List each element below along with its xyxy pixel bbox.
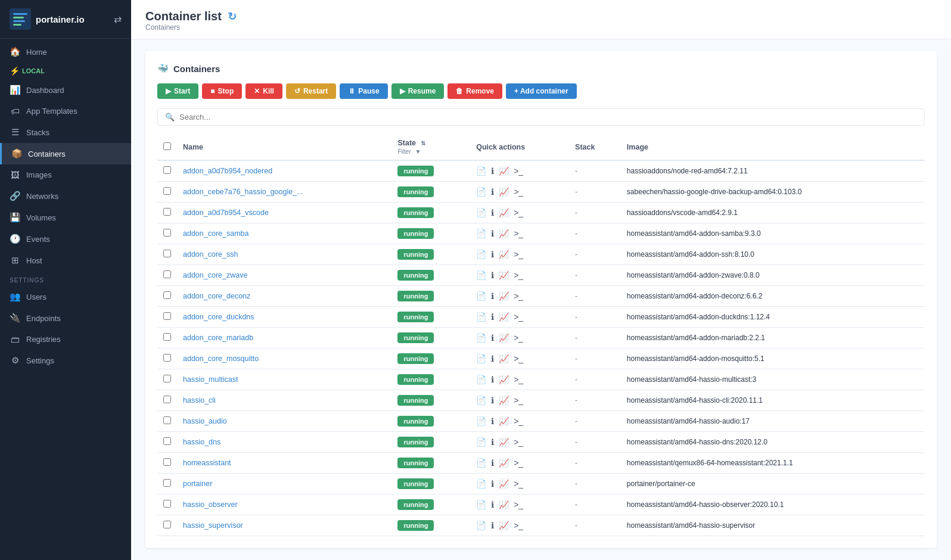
inspect-icon[interactable]: ℹ (491, 291, 494, 301)
row-checkbox[interactable] (163, 521, 171, 528)
console-icon[interactable]: >_ (514, 500, 523, 509)
sidebar-item-host[interactable]: ⊞ Host (0, 250, 131, 271)
stats-icon[interactable]: 📈 (499, 479, 509, 489)
row-name[interactable]: addon_core_mosquitto (177, 349, 391, 369)
row-name[interactable]: addon_core_ssh (177, 244, 391, 265)
inspect-icon[interactable]: ℹ (491, 229, 494, 238)
console-icon[interactable]: >_ (514, 479, 523, 489)
row-name[interactable]: addon_core_zwave (177, 265, 391, 286)
console-icon[interactable]: >_ (514, 333, 523, 343)
row-name[interactable]: addon_a0d7b954_nodered (177, 160, 391, 182)
sidebar-item-images[interactable]: 🖼 Images (0, 164, 131, 185)
console-icon[interactable]: >_ (514, 375, 523, 384)
inspect-icon[interactable]: ℹ (491, 416, 494, 426)
row-checkbox[interactable] (163, 250, 171, 257)
console-icon[interactable]: >_ (514, 229, 523, 238)
row-name[interactable]: hassio_supervisor (177, 515, 391, 536)
row-name[interactable]: hassio_dns (177, 432, 391, 453)
row-checkbox[interactable] (163, 500, 171, 508)
console-icon[interactable]: >_ (514, 166, 523, 176)
stats-icon[interactable]: 📈 (499, 416, 509, 426)
console-icon[interactable]: >_ (514, 250, 523, 259)
stats-icon[interactable]: 📈 (499, 250, 509, 259)
refresh-icon[interactable]: ↻ (228, 10, 237, 23)
logs-icon[interactable]: 📄 (476, 354, 486, 363)
inspect-icon[interactable]: ℹ (491, 354, 494, 363)
inspect-icon[interactable]: ℹ (491, 312, 494, 322)
stats-icon[interactable]: 📈 (499, 166, 509, 176)
inspect-icon[interactable]: ℹ (491, 458, 494, 468)
stats-icon[interactable]: 📈 (499, 500, 509, 509)
stats-icon[interactable]: 📈 (499, 312, 509, 322)
inspect-icon[interactable]: ℹ (491, 166, 494, 176)
row-checkbox[interactable] (163, 312, 171, 320)
logs-icon[interactable]: 📄 (476, 312, 486, 322)
row-checkbox[interactable] (163, 291, 171, 299)
row-name[interactable]: hassio_multicast (177, 369, 391, 390)
row-name[interactable]: hassio_cli (177, 390, 391, 411)
row-checkbox[interactable] (163, 416, 171, 424)
stats-icon[interactable]: 📈 (499, 270, 509, 280)
row-name[interactable]: addon_core_mariadb (177, 328, 391, 349)
inspect-icon[interactable]: ℹ (491, 521, 494, 530)
inspect-icon[interactable]: ℹ (491, 396, 494, 405)
row-name[interactable]: addon_core_deconz (177, 286, 391, 307)
row-checkbox[interactable] (163, 187, 171, 195)
logs-icon[interactable]: 📄 (476, 479, 486, 489)
console-icon[interactable]: >_ (514, 416, 523, 426)
sidebar-item-stacks[interactable]: ☰ Stacks (0, 122, 131, 143)
sidebar-item-users[interactable]: 👥 Users (0, 286, 131, 307)
sidebar-item-volumes[interactable]: 💾 Volumes (0, 207, 131, 228)
console-icon[interactable]: >_ (514, 521, 523, 530)
logs-icon[interactable]: 📄 (476, 416, 486, 426)
logs-icon[interactable]: 📄 (476, 458, 486, 468)
row-checkbox[interactable] (163, 208, 171, 216)
row-checkbox[interactable] (163, 229, 171, 237)
console-icon[interactable]: >_ (514, 312, 523, 322)
sidebar-item-events[interactable]: 🕐 Events (0, 228, 131, 250)
inspect-icon[interactable]: ℹ (491, 333, 494, 343)
console-icon[interactable]: >_ (514, 437, 523, 447)
row-name[interactable]: hassio_observer (177, 494, 391, 515)
sidebar-item-containers[interactable]: 📦 Containers (0, 143, 131, 164)
sidebar-item-app-templates[interactable]: 🏷 App Templates (0, 101, 131, 122)
row-checkbox[interactable] (163, 437, 171, 445)
inspect-icon[interactable]: ℹ (491, 437, 494, 447)
stats-icon[interactable]: 📈 (499, 375, 509, 384)
row-name[interactable]: addon_cebe7a76_hassio_google_... (177, 182, 391, 203)
sidebar-item-registries[interactable]: 🗃 Registries (0, 329, 131, 350)
sidebar-item-endpoints[interactable]: 🔌 Endpoints (0, 307, 131, 329)
logs-icon[interactable]: 📄 (476, 229, 486, 238)
kill-button[interactable]: ✕ Kill (245, 83, 282, 99)
transfer-icon[interactable]: ⇄ (114, 14, 122, 25)
stats-icon[interactable]: 📈 (499, 458, 509, 468)
row-checkbox[interactable] (163, 354, 171, 362)
logs-icon[interactable]: 📄 (476, 521, 486, 530)
inspect-icon[interactable]: ℹ (491, 208, 494, 217)
pause-button[interactable]: ⏸ Pause (340, 83, 387, 99)
logs-icon[interactable]: 📄 (476, 500, 486, 509)
inspect-icon[interactable]: ℹ (491, 250, 494, 259)
inspect-icon[interactable]: ℹ (491, 375, 494, 384)
add-container-button[interactable]: + Add container (506, 83, 577, 99)
stats-icon[interactable]: 📈 (499, 437, 509, 447)
logs-icon[interactable]: 📄 (476, 166, 486, 176)
header-name[interactable]: Name (177, 134, 391, 160)
row-checkbox[interactable] (163, 375, 171, 382)
logs-icon[interactable]: 📄 (476, 208, 486, 217)
console-icon[interactable]: >_ (514, 208, 523, 217)
row-name[interactable]: homeassistant (177, 453, 391, 474)
sidebar-item-networks[interactable]: 🔗 Networks (0, 185, 131, 207)
inspect-icon[interactable]: ℹ (491, 500, 494, 509)
select-all-checkbox[interactable] (163, 142, 171, 150)
row-checkbox[interactable] (163, 333, 171, 341)
logs-icon[interactable]: 📄 (476, 437, 486, 447)
inspect-icon[interactable]: ℹ (491, 187, 494, 197)
logs-icon[interactable]: 📄 (476, 250, 486, 259)
remove-button[interactable]: 🗑 Remove (447, 83, 502, 99)
console-icon[interactable]: >_ (514, 270, 523, 280)
restart-button[interactable]: ↺ Restart (286, 83, 336, 99)
row-name[interactable]: addon_core_duckdns (177, 307, 391, 328)
stop-button[interactable]: ■ Stop (202, 83, 242, 99)
console-icon[interactable]: >_ (514, 187, 523, 197)
